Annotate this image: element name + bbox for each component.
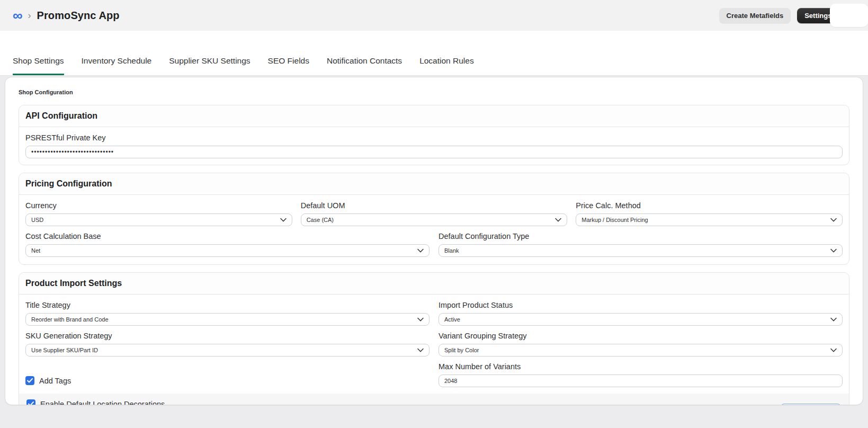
chevron-down-icon: [830, 348, 837, 352]
import-product-status-field: Import Product Status Active: [439, 301, 843, 326]
tab-shop-settings[interactable]: Shop Settings: [13, 56, 64, 75]
currency-select[interactable]: USD: [25, 213, 292, 226]
breadcrumb-chevron-icon: ›: [28, 10, 31, 21]
product-import-settings-section: Product Import Settings Title Strategy R…: [19, 272, 849, 405]
api-configuration-header: API Configuration: [19, 105, 849, 127]
chevron-down-icon: [830, 218, 837, 222]
max-number-of-variants-input[interactable]: [439, 374, 843, 387]
default-configuration-type-select[interactable]: Blank: [439, 244, 843, 257]
max-number-of-variants-field: Max Number of Variants: [439, 362, 843, 387]
currency-field: Currency USD: [25, 201, 292, 226]
page-background: Shop Configuration API Configuration PSR…: [0, 76, 868, 405]
default-uom-value: Case (CA): [307, 217, 334, 223]
chevron-down-icon: [830, 317, 837, 322]
pricing-configuration-title: Pricing Configuration: [25, 179, 112, 188]
price-calc-method-select[interactable]: Markup / Discount Pricing: [576, 213, 843, 226]
title-strategy-value: Reorder with Brand and Code: [31, 316, 109, 323]
api-configuration-body: PSRESTful Private Key: [19, 127, 849, 165]
location-decorations-info: Enable Default Location Decorations Appl…: [26, 399, 302, 405]
page-title: PromoSync App: [37, 10, 120, 22]
variant-grouping-strategy-field: Variant Grouping Strategy Split by Color: [439, 332, 843, 356]
cost-calculation-base-label: Cost Calculation Base: [25, 232, 429, 240]
shop-configuration-label: Shop Configuration: [19, 89, 849, 95]
cost-calculation-base-select[interactable]: Net: [25, 244, 429, 257]
variant-grouping-strategy-select[interactable]: Split by Color: [439, 344, 843, 356]
default-configuration-type-field: Default Configuration Type Blank: [439, 232, 843, 257]
api-configuration-section: API Configuration PSRESTful Private Key: [19, 105, 849, 165]
title-strategy-label: Title Strategy: [25, 301, 429, 309]
location-decorations-row: Enable Default Location Decorations Appl…: [19, 394, 849, 405]
topbar-corner-card: [830, 4, 868, 27]
default-uom-select[interactable]: Case (CA): [301, 213, 568, 226]
max-number-of-variants-label: Max Number of Variants: [439, 362, 843, 371]
import-product-status-select[interactable]: Active: [439, 313, 843, 326]
import-product-status-value: Active: [444, 316, 460, 323]
chevron-down-icon: [417, 317, 424, 322]
tab-location-rules[interactable]: Location Rules: [419, 56, 474, 75]
enable-location-decorations-checkbox[interactable]: [26, 399, 35, 405]
app-logo-infinity-icon[interactable]: ∞: [13, 8, 22, 22]
pricing-configuration-section: Pricing Configuration Currency USD: [19, 173, 849, 265]
variant-grouping-strategy-value: Split by Color: [444, 347, 479, 353]
chevron-down-icon: [555, 218, 561, 222]
title-strategy-field: Title Strategy Reorder with Brand and Co…: [25, 301, 429, 326]
tab-supplier-sku-settings[interactable]: Supplier SKU Settings: [169, 56, 250, 75]
pricing-configuration-body: Currency USD Default UOM Case (CA): [19, 195, 849, 264]
pricing-configuration-header: Pricing Configuration: [19, 173, 849, 195]
tab-seo-fields[interactable]: SEO Fields: [268, 56, 309, 75]
price-calc-method-value: Markup / Discount Pricing: [581, 217, 648, 223]
sku-generation-strategy-field: SKU Generation Strategy Use Supplier SKU…: [25, 332, 429, 356]
product-import-settings-title: Product Import Settings: [25, 279, 122, 288]
tab-notification-contacts[interactable]: Notification Contacts: [327, 56, 402, 75]
tab-bar: Shop Settings Inventory Schedule Supplie…: [0, 31, 868, 76]
add-tags-checkbox[interactable]: [25, 376, 34, 385]
chevron-down-icon: [417, 348, 424, 352]
default-configuration-type-value: Blank: [444, 247, 459, 254]
chevron-down-icon: [417, 248, 424, 253]
tab-inventory-schedule[interactable]: Inventory Schedule: [82, 56, 152, 75]
sku-generation-strategy-label: SKU Generation Strategy: [25, 332, 429, 340]
add-tags-label: Add Tags: [39, 377, 71, 385]
chevron-down-icon: [830, 248, 837, 253]
cost-calculation-base-field: Cost Calculation Base Net: [25, 232, 429, 257]
enable-location-decorations-label: Enable Default Location Decorations: [40, 400, 165, 405]
manage-rules-button[interactable]: Manage Rules: [780, 404, 842, 405]
cost-calculation-base-value: Net: [31, 247, 40, 254]
chevron-down-icon: [280, 218, 287, 222]
currency-value: USD: [31, 217, 43, 223]
add-tags-field: Add Tags: [25, 362, 429, 387]
private-key-label: PSRESTful Private Key: [25, 133, 843, 142]
main-content-card: Shop Configuration API Configuration PSR…: [5, 77, 863, 405]
currency-label: Currency: [25, 201, 292, 210]
default-configuration-type-label: Default Configuration Type: [439, 232, 843, 240]
product-import-settings-body: Title Strategy Reorder with Brand and Co…: [19, 295, 849, 405]
price-calc-method-label: Price Calc. Method: [576, 201, 843, 210]
price-calc-method-field: Price Calc. Method Markup / Discount Pri…: [576, 201, 843, 226]
product-import-settings-header: Product Import Settings: [19, 273, 849, 295]
default-uom-label: Default UOM: [301, 201, 568, 210]
import-product-status-label: Import Product Status: [439, 301, 843, 309]
private-key-input[interactable]: [25, 146, 843, 158]
topbar: ∞ › PromoSync App Create Metafields Sett…: [0, 0, 868, 31]
title-strategy-select[interactable]: Reorder with Brand and Code: [25, 313, 429, 326]
default-uom-field: Default UOM Case (CA): [301, 201, 568, 226]
sku-generation-strategy-select[interactable]: Use Supplier SKU/Part ID: [25, 344, 429, 356]
api-configuration-title: API Configuration: [25, 111, 97, 120]
variant-grouping-strategy-label: Variant Grouping Strategy: [439, 332, 843, 340]
sku-generation-strategy-value: Use Supplier SKU/Part ID: [31, 347, 98, 353]
create-metafields-button[interactable]: Create Metafields: [719, 8, 791, 23]
